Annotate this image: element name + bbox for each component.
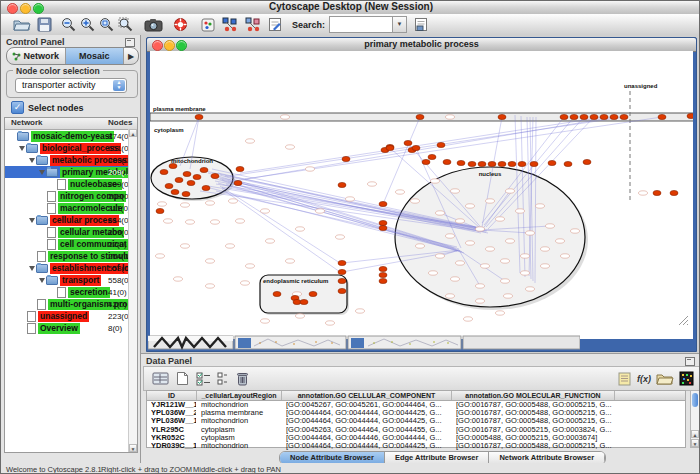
- table-row-YKR052C[interactable]: YKR052Ccytoplasm[GO:0044464, GO:0044446,…: [147, 434, 685, 442]
- network-node[interactable]: [156, 208, 164, 213]
- network-node[interactable]: [183, 171, 191, 176]
- tree-row-metabolic-process[interactable]: metabolic process280(0): [5, 154, 128, 166]
- data-panel-float-icon[interactable]: [685, 357, 695, 366]
- tree-row-transport[interactable]: transport558(0): [5, 274, 128, 286]
- search-options-icon[interactable]: [414, 16, 428, 33]
- table-scrollbar[interactable]: ▲ ▼: [690, 390, 700, 448]
- import-attributes-icon[interactable]: [656, 370, 674, 387]
- table-row-YPL036W__1[interactable]: YPL036W__1mitochondrion[GO:0044464, GO:0…: [147, 417, 685, 425]
- frame-minimize-button[interactable]: [164, 40, 175, 51]
- network-node[interactable]: [379, 266, 387, 271]
- node-color-combo[interactable]: transporter activity ▲▼: [15, 78, 127, 93]
- network-node[interactable]: [443, 159, 451, 164]
- network-node[interactable]: [202, 185, 210, 190]
- network-node[interactable]: [498, 114, 506, 119]
- resize-grip[interactable]: [677, 314, 689, 326]
- network-node[interactable]: [468, 161, 476, 166]
- search-dropdown-arrow[interactable]: ▼: [392, 16, 407, 33]
- network-node[interactable]: [670, 190, 678, 195]
- tree-row-response-to-stimulu[interactable]: response to stimulu264(0): [5, 250, 128, 262]
- zoom-selected-icon[interactable]: [118, 16, 133, 33]
- network-node[interactable]: [211, 173, 219, 178]
- tree-row-nitrogen-compo[interactable]: nitrogen compo209(0): [5, 190, 128, 202]
- expand-triangle-icon[interactable]: [39, 278, 45, 283]
- network-node[interactable]: [386, 145, 394, 150]
- tree-row-primary-metabol[interactable]: primary metabol209(...: [5, 166, 128, 178]
- annotation-page-icon[interactable]: [268, 16, 282, 33]
- expand-triangle-icon[interactable]: [29, 158, 35, 163]
- network-node[interactable]: [193, 174, 201, 179]
- attribute-matrix-icon[interactable]: [679, 370, 694, 387]
- expand-triangle-icon[interactable]: [29, 266, 35, 271]
- select-attributes-icon[interactable]: [196, 370, 211, 387]
- network-node[interactable]: [234, 180, 242, 185]
- tree-row-multi-organism-pro[interactable]: multi-organism pro42(0): [5, 298, 128, 310]
- scroll-up-icon[interactable]: ▲: [129, 129, 137, 137]
- save-icon[interactable]: [37, 16, 52, 33]
- table-scroll-up-icon[interactable]: ▲: [691, 430, 699, 438]
- network-node[interactable]: [169, 163, 177, 168]
- tab-mosaic[interactable]: Mosaic: [66, 48, 125, 64]
- network-node[interactable]: [182, 191, 190, 196]
- network-node[interactable]: [530, 161, 538, 166]
- tree-row-overview[interactable]: Overview8(0): [5, 322, 128, 334]
- tree-row-nucleobase-[interactable]: nucleobase-209(0): [5, 178, 128, 190]
- tree-row-cell-communicat[interactable]: cell communicat22(0): [5, 238, 128, 250]
- network-node[interactable]: [437, 142, 445, 147]
- frame-maximize-button[interactable]: [176, 40, 187, 51]
- tab-overflow-arrow[interactable]: ▶: [124, 48, 138, 64]
- network-node[interactable]: [687, 113, 693, 118]
- network-canvas[interactable]: plasma membranecytoplasmmitochondrionnuc…: [150, 51, 693, 339]
- network-node[interactable]: [412, 145, 420, 150]
- network-node[interactable]: [338, 260, 346, 265]
- network-node[interactable]: [416, 114, 424, 119]
- network-node[interactable]: [379, 201, 387, 206]
- network-node[interactable]: [518, 161, 526, 166]
- network-node[interactable]: [457, 160, 465, 165]
- expand-triangle-icon[interactable]: [39, 170, 45, 175]
- minimized-window-4[interactable]: [463, 336, 580, 349]
- network-node[interactable]: [338, 288, 346, 293]
- frame-close-button[interactable]: [152, 40, 163, 51]
- network-node[interactable]: [379, 278, 387, 283]
- network-node[interactable]: [338, 278, 346, 283]
- column-header-3[interactable]: annotation.GO CELLULAR_COMPONENT: [282, 391, 452, 400]
- tree-row-macromolecule[interactable]: macromolecule311(0): [5, 202, 128, 214]
- tab-network[interactable]: Network: [7, 48, 66, 64]
- attribute-table-header[interactable]: ID_cellularLayoutRegionannotation.GO CEL…: [147, 391, 685, 401]
- network-node[interactable]: [404, 140, 412, 145]
- tree-row-unassigned[interactable]: unassigned223(0): [5, 310, 128, 322]
- table-row-YLR295C[interactable]: YLR295Ccytoplasm[GO:0045263, GO:0044464,…: [147, 426, 685, 434]
- network-node[interactable]: [171, 189, 179, 194]
- network-node[interactable]: [175, 177, 183, 182]
- network-view-frame[interactable]: primary metabolic process plasma membran…: [146, 37, 697, 352]
- minimize-button[interactable]: [20, 3, 31, 14]
- network-node[interactable]: [580, 114, 588, 119]
- network-node[interactable]: [165, 183, 173, 188]
- network-node[interactable]: [498, 161, 506, 166]
- scroll-down-icon[interactable]: ▼: [129, 444, 137, 452]
- zoom-out-icon[interactable]: [61, 16, 76, 33]
- attribute-table-icon[interactable]: [152, 370, 169, 387]
- control-panel-float-icon[interactable]: [125, 38, 135, 47]
- new-attribute-icon[interactable]: [176, 370, 189, 387]
- network-node[interactable]: [160, 169, 168, 174]
- open-folder-icon[interactable]: [13, 16, 31, 33]
- column-header-2[interactable]: _cellularLayoutRegion: [197, 391, 282, 400]
- search-input[interactable]: [329, 16, 392, 33]
- formula-builder-icon[interactable]: f(x): [637, 370, 651, 387]
- window-titlebar[interactable]: Cytoscape Desktop (New Session): [1, 1, 700, 15]
- tree-row-cellular-metabo[interactable]: cellular metabo209(0): [5, 226, 128, 238]
- network-node[interactable]: [379, 225, 387, 230]
- network-node[interactable]: [564, 161, 572, 166]
- minimized-window-2[interactable]: [235, 336, 346, 349]
- network-node[interactable]: [488, 161, 496, 166]
- network-node[interactable]: [379, 272, 387, 277]
- tree-row-establishment-of-lo[interactable]: establishment of lo558(0): [5, 262, 128, 274]
- network-node[interactable]: [653, 190, 661, 195]
- column-header-1[interactable]: ID: [147, 391, 197, 400]
- network-node[interactable]: [309, 291, 317, 296]
- table-row-YDR039C__1[interactable]: YDR039C__1mitochondrion[GO:0044464, GO:0…: [147, 442, 685, 450]
- network-node[interactable]: [200, 167, 208, 172]
- minimized-window-3[interactable]: [348, 336, 461, 349]
